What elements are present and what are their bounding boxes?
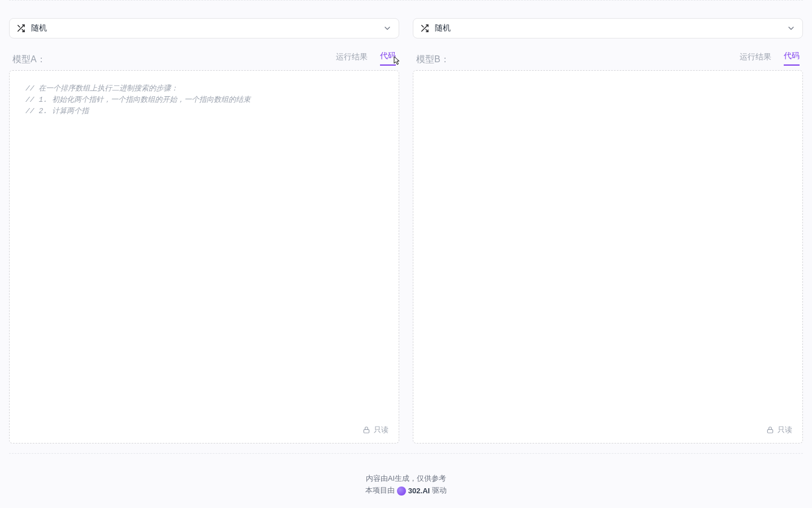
footer-suffix: 驱动: [432, 487, 447, 494]
chevron-down-icon: [383, 24, 392, 33]
lock-icon: [362, 426, 370, 434]
panel-a-header: 模型A： 运行结果 代码: [9, 51, 399, 66]
readonly-badge-a: 只读: [362, 425, 388, 435]
panel-b-tabs: 运行结果 代码: [740, 51, 800, 66]
model-a-select[interactable]: 随机: [9, 18, 399, 38]
panel-b-header: 模型B： 运行结果 代码: [413, 51, 803, 66]
shuffle-icon: [16, 24, 25, 33]
column-b: 随机 模型B： 运行结果 代码 只读: [413, 18, 803, 444]
brand-link[interactable]: 302.AI: [397, 487, 430, 496]
svg-rect-0: [364, 429, 369, 433]
shuffle-icon: [420, 24, 429, 33]
tab-code-a[interactable]: 代码: [380, 51, 396, 66]
chevron-down-icon: [787, 24, 796, 33]
model-a-label: 模型A：: [12, 54, 46, 66]
readonly-label: 只读: [374, 425, 388, 435]
footer-disclaimer: 内容由AI生成，仅供参考: [0, 474, 812, 484]
lock-icon: [766, 426, 774, 434]
svg-rect-1: [767, 429, 772, 433]
column-a: 随机 模型A： 运行结果 代码 // 在一个排序数组上执行二进制搜索的步骤： /…: [9, 18, 399, 444]
readonly-badge-b: 只读: [766, 425, 792, 435]
code-content-a: // 在一个排序数组上执行二进制搜索的步骤： // 1. 初始化两个指针，一个指…: [25, 83, 383, 117]
tab-code-b[interactable]: 代码: [784, 51, 800, 66]
code-panel-a: // 在一个排序数组上执行二进制搜索的步骤： // 1. 初始化两个指针，一个指…: [9, 70, 399, 444]
select-label: 随机: [435, 23, 451, 33]
tab-results-a[interactable]: 运行结果: [336, 52, 368, 66]
model-b-select[interactable]: 随机: [413, 18, 803, 38]
panel-a-tabs: 运行结果 代码: [336, 51, 396, 66]
brand-logo-icon: [397, 487, 406, 496]
select-label: 随机: [31, 23, 47, 33]
footer-prefix: 本项目由: [365, 487, 395, 494]
footer: 内容由AI生成，仅供参考 本项目由 302.AI 驱动: [0, 474, 812, 498]
model-b-label: 模型B：: [416, 54, 450, 66]
readonly-label: 只读: [778, 425, 792, 435]
code-panel-b: 只读: [413, 70, 803, 444]
bottom-divider: [9, 453, 803, 454]
top-divider: [9, 0, 803, 1]
tab-results-b[interactable]: 运行结果: [740, 52, 771, 66]
brand-name: 302.AI: [408, 487, 430, 495]
footer-attribution: 本项目由 302.AI 驱动: [0, 486, 812, 496]
columns-wrapper: 随机 模型A： 运行结果 代码 // 在一个排序数组上执行二进制搜索的步骤： /…: [0, 0, 812, 444]
